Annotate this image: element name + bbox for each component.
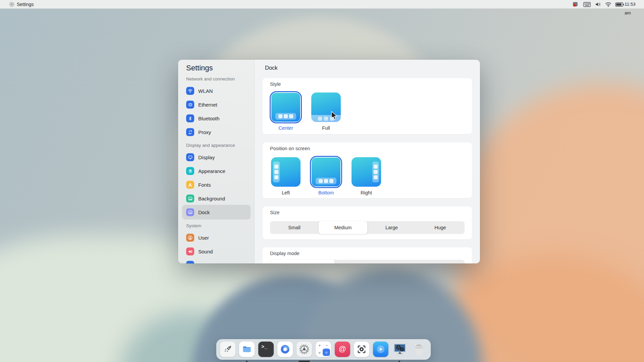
position-option-left[interactable] bbox=[270, 156, 302, 188]
mouse-cursor bbox=[331, 111, 338, 122]
calc-multiply-glyph: × bbox=[318, 350, 321, 355]
sidebar-item-label: WLAN bbox=[198, 88, 213, 94]
sidebar-item-label: Appearance bbox=[198, 168, 225, 174]
position-option-bottom[interactable] bbox=[310, 156, 342, 188]
bluetooth-icon bbox=[186, 114, 194, 122]
background-icon bbox=[186, 194, 194, 202]
trash-icon[interactable] bbox=[411, 342, 427, 357]
sidebar-item-dock[interactable]: Dock bbox=[186, 205, 250, 219]
sidebar-item-ethernet[interactable]: Ethernet bbox=[186, 98, 250, 111]
size-card-label: Size bbox=[270, 210, 279, 215]
display-mode-option[interactable] bbox=[335, 260, 399, 263]
sidebar-item-label: Fonts bbox=[198, 182, 211, 188]
settings-window: Settings Network and connection WLAN Eth… bbox=[178, 60, 480, 263]
display-mode-segmented-control bbox=[270, 260, 465, 263]
volume-icon[interactable] bbox=[595, 0, 601, 9]
sidebar-item-appearance[interactable]: Appearance bbox=[186, 164, 250, 178]
app-store-spiral-glyph: @ bbox=[339, 345, 346, 353]
panel-title: Dock bbox=[265, 60, 278, 76]
sidebar-item-display[interactable]: Display bbox=[186, 150, 250, 164]
calc-minus-glyph: − bbox=[325, 343, 328, 348]
sidebar-item-user[interactable]: User bbox=[186, 231, 250, 244]
screenshot-icon[interactable] bbox=[354, 342, 369, 357]
partial-icon bbox=[186, 261, 194, 263]
control-center-icon[interactable] bbox=[297, 342, 312, 357]
sidebar-item-label: Proxy bbox=[198, 129, 211, 135]
position-card: Position on screen Left Bottom Right bbox=[263, 142, 472, 198]
style-card: Style Center Full bbox=[263, 78, 472, 134]
sidebar-item-label: Bluetooth bbox=[198, 116, 219, 121]
calc-equals-glyph: = bbox=[323, 349, 330, 356]
position-option-label: Left bbox=[270, 190, 302, 195]
display-mode-card-label: Display mode bbox=[270, 251, 300, 256]
media-player-icon[interactable] bbox=[392, 342, 408, 357]
sound-icon bbox=[186, 247, 194, 255]
sidebar-item-fonts[interactable]: A Fonts bbox=[186, 178, 250, 191]
sidebar-item-sound[interactable]: Sound bbox=[186, 245, 250, 258]
fonts-icon: A bbox=[186, 181, 194, 189]
size-option-large[interactable]: Large bbox=[367, 221, 416, 234]
sidebar-item-label: Display bbox=[198, 155, 215, 160]
screen-record-icon[interactable] bbox=[572, 0, 578, 9]
sidebar-item-background[interactable]: Background bbox=[186, 192, 250, 205]
sidebar-item-label: Background bbox=[198, 196, 225, 201]
position-option-right[interactable] bbox=[350, 156, 382, 188]
style-center-preview bbox=[271, 93, 300, 122]
app-store-icon[interactable]: @ bbox=[335, 342, 350, 357]
proxy-icon bbox=[186, 128, 194, 136]
terminal-icon[interactable]: >_ bbox=[258, 342, 274, 357]
sidebar-item-label: Dock bbox=[198, 209, 210, 215]
display-icon bbox=[186, 153, 194, 161]
style-option-center[interactable] bbox=[270, 91, 302, 123]
sidebar-item-label: User bbox=[198, 235, 209, 241]
calculator-icon[interactable]: + − × = bbox=[316, 342, 331, 357]
file-manager-icon[interactable] bbox=[239, 342, 255, 357]
position-option-label: Right bbox=[350, 190, 382, 195]
size-option-medium[interactable]: Medium bbox=[319, 221, 367, 234]
sidebar-item-proxy[interactable]: Proxy bbox=[186, 125, 250, 139]
style-card-label: Style bbox=[270, 81, 281, 87]
wifi-icon bbox=[186, 87, 194, 95]
movie-player-icon[interactable] bbox=[373, 342, 388, 357]
size-card: Size Small Medium Large Huge bbox=[263, 206, 472, 239]
dock-settings-panel: Dock Style Center Full bbox=[255, 60, 480, 263]
position-card-label: Position on screen bbox=[270, 146, 310, 151]
position-bottom-preview bbox=[312, 158, 340, 186]
style-option-label: Center bbox=[270, 125, 302, 131]
sidebar-title: Settings bbox=[186, 64, 213, 72]
active-indicator-control-center bbox=[299, 361, 310, 362]
sidebar-item-label: Ethernet bbox=[198, 102, 217, 108]
sidebar-item-partial[interactable] bbox=[186, 258, 250, 263]
battery-icon[interactable] bbox=[615, 0, 624, 9]
position-left-preview bbox=[271, 157, 301, 187]
sidebar-item-wlan[interactable]: WLAN bbox=[186, 84, 250, 98]
clock[interactable]: 11:53 am bbox=[625, 0, 642, 17]
user-icon bbox=[186, 234, 194, 242]
settings-sidebar: Settings Network and connection WLAN Eth… bbox=[178, 60, 255, 263]
size-option-huge[interactable]: Huge bbox=[416, 221, 465, 234]
wifi-icon[interactable] bbox=[605, 0, 611, 9]
browser-icon[interactable] bbox=[277, 342, 293, 357]
size-option-small[interactable]: Small bbox=[270, 221, 319, 234]
appearance-icon bbox=[186, 167, 194, 175]
size-segmented-control: Small Medium Large Huge bbox=[270, 221, 465, 234]
style-option-label: Full bbox=[310, 125, 342, 131]
section-label-system: System bbox=[186, 223, 201, 228]
calc-plus-glyph: + bbox=[318, 343, 321, 348]
keyboard-icon[interactable] bbox=[583, 0, 591, 9]
sidebar-item-label: Sound bbox=[198, 249, 213, 254]
section-label-display: Display and appearance bbox=[186, 143, 235, 148]
position-right-preview bbox=[352, 157, 381, 187]
launcher-icon[interactable] bbox=[220, 342, 235, 357]
display-mode-card: Display mode bbox=[263, 247, 472, 263]
position-option-label: Bottom bbox=[310, 190, 342, 195]
settings-app-icon[interactable] bbox=[9, 0, 14, 9]
ethernet-icon bbox=[186, 101, 194, 109]
display-mode-option[interactable] bbox=[270, 260, 335, 263]
running-indicator-file-manager bbox=[246, 361, 248, 362]
display-mode-option[interactable] bbox=[400, 260, 465, 263]
top-menu-bar: Settings 11:53 am bbox=[0, 0, 644, 9]
active-app-name[interactable]: Settings bbox=[17, 0, 34, 9]
running-indicator-media-player bbox=[398, 361, 400, 362]
sidebar-item-bluetooth[interactable]: Bluetooth bbox=[186, 112, 250, 125]
